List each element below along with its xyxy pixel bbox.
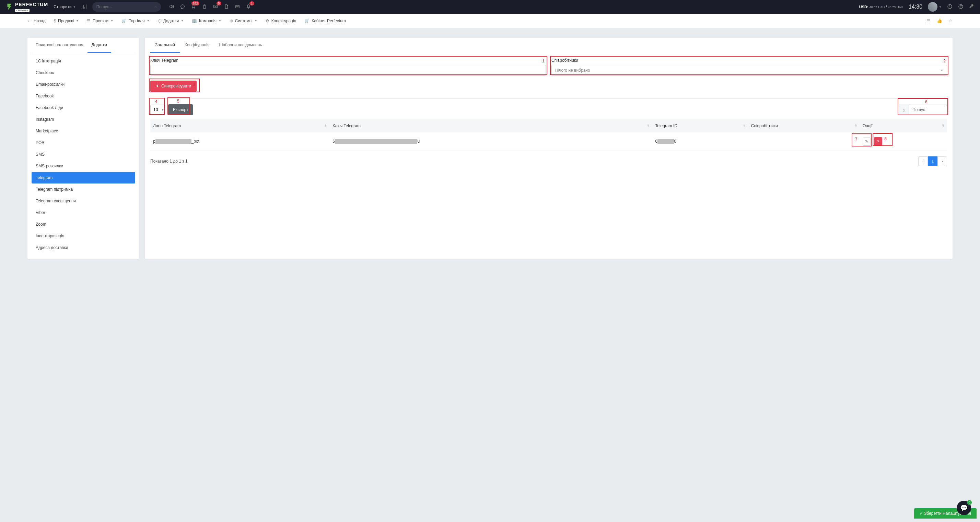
pencil-icon: ✎ <box>865 139 868 144</box>
col-tid[interactable]: Telegram ID⇅ <box>652 119 748 132</box>
sidebar-item[interactable]: Checkbox <box>32 67 135 79</box>
chevron-down-icon: ▼ <box>147 19 150 22</box>
stats-icon[interactable] <box>81 4 87 10</box>
search-input[interactable] <box>96 5 154 9</box>
nav-back[interactable]: ←Назад <box>27 19 45 23</box>
logo-subtext: CRM+ERP <box>15 9 30 12</box>
sidebar-item[interactable]: SMS-розсилки <box>32 160 135 172</box>
chevron-down-icon: ▼ <box>219 19 221 22</box>
col-options[interactable]: Опції⇅ <box>860 119 947 132</box>
cart-badge: 282 <box>191 2 199 5</box>
nav-addons[interactable]: ⬡Додатки▼ <box>158 19 184 23</box>
sidebar-item[interactable]: Інвентаризація <box>32 230 135 242</box>
currency-display: USD: 40.67 UAH / 40.73 UAH <box>859 5 903 9</box>
edit-button[interactable]: ✎ <box>863 138 871 146</box>
staff-label: Співробітники <box>551 58 947 63</box>
avatar <box>928 2 937 12</box>
package-icon: ⬡ <box>158 19 161 23</box>
sidebar-panel: Початкові налаштування Додатки 1С інтегр… <box>27 38 139 259</box>
annotation-4: 4 <box>155 99 158 104</box>
sidebar-item[interactable]: Facebook Ліди <box>32 102 135 114</box>
tab-initial-settings[interactable]: Початкові налаштування <box>32 38 88 53</box>
tab-addons[interactable]: Додатки <box>88 38 111 53</box>
page-prev[interactable]: ‹ <box>918 156 928 166</box>
chat-icon[interactable] <box>180 4 185 10</box>
nav-trade[interactable]: 🛒Торгівля▼ <box>121 19 149 23</box>
sidebar-item[interactable]: POS <box>32 137 135 149</box>
nav-sales[interactable]: $Продажі▼ <box>54 19 79 23</box>
sidebar-item[interactable]: 1С інтеграція <box>32 55 135 67</box>
telegram-key-input[interactable] <box>150 65 546 76</box>
sidebar-item[interactable]: Адреса доставки <box>32 242 135 254</box>
thumbs-up-icon[interactable]: 👍 <box>937 18 942 23</box>
cart-icon: 🛒 <box>121 19 127 23</box>
table-search[interactable]: ⌕ 6 <box>899 105 947 115</box>
layers-action-icon[interactable]: ☰ <box>926 18 931 23</box>
sort-icon: ⇅ <box>647 125 649 127</box>
export-button[interactable]: Експорт <box>168 104 193 115</box>
cell-staff <box>748 132 860 151</box>
star-icon[interactable]: ☆ <box>948 18 953 23</box>
annotation-8: 8 <box>884 136 887 141</box>
sort-icon: ⇅ <box>325 125 327 127</box>
sidebar-item[interactable]: Viber <box>32 207 135 219</box>
page-1[interactable]: 1 <box>928 156 937 166</box>
chevron-down-icon: ▼ <box>939 5 942 9</box>
tab-general[interactable]: Загальний <box>150 38 180 53</box>
bell-icon[interactable]: 1 <box>246 4 251 10</box>
tab-templates[interactable]: Шаблони повідомлень <box>214 38 267 53</box>
sort-icon: ⇅ <box>855 125 857 127</box>
chevron-down-icon: ▼ <box>255 19 257 22</box>
power-icon[interactable] <box>947 4 953 10</box>
sidebar-item[interactable]: Instagram <box>32 114 135 125</box>
nav-system[interactable]: ⊕Системні▼ <box>229 19 257 23</box>
col-key[interactable]: Ключ Telegram⇅ <box>330 119 652 132</box>
pagesize-select[interactable]: 10 <box>150 105 165 115</box>
col-staff[interactable]: Співробітники⇅ <box>748 119 860 132</box>
user-menu[interactable]: ▼ <box>928 2 942 12</box>
logo[interactable]: PERFECTUM CRM+ERP <box>5 2 48 12</box>
mail-icon[interactable] <box>235 4 240 10</box>
tab-configuration[interactable]: Конфігурація <box>180 38 214 53</box>
nav-cabinet[interactable]: 🛒Кабінет Perfectum <box>304 19 346 23</box>
col-login[interactable]: Логін Telegram⇅ <box>150 119 330 132</box>
sidebar-item[interactable]: Marketplace <box>32 125 135 137</box>
sidebar-item[interactable]: SMS <box>32 149 135 160</box>
nav-config[interactable]: ⚙Конфігурація <box>266 19 296 23</box>
create-label: Створити <box>54 5 72 9</box>
result-text: Показано 1 до 1 з 1 <box>150 159 188 163</box>
pagination: ‹ 1 › <box>918 156 947 166</box>
global-search[interactable]: ⌕ <box>92 2 161 12</box>
document-icon[interactable] <box>224 4 229 10</box>
sidebar-item[interactable]: Facebook <box>32 90 135 102</box>
svg-rect-3 <box>213 5 217 8</box>
cell-options: ✎ 7 × 8 <box>860 132 947 151</box>
page-next[interactable]: › <box>937 156 947 166</box>
search-icon: ⌕ <box>899 105 909 114</box>
delete-button[interactable]: × <box>874 137 882 145</box>
key-label: Ключ Telegram <box>150 58 546 63</box>
chevron-down-icon: ▼ <box>181 19 184 22</box>
main-panel: Загальний Конфігурація Шаблони повідомле… <box>145 38 953 259</box>
table-search-input[interactable] <box>909 107 947 112</box>
staff-select[interactable]: Нічого не вибрано ▼ <box>551 65 947 76</box>
sidebar-item[interactable]: Telegram <box>32 172 135 184</box>
clipboard-icon[interactable] <box>202 4 207 10</box>
nav-projects[interactable]: ☰Проекти▼ <box>87 19 113 23</box>
top-header: PERFECTUM CRM+ERP Створити ▼ ⌕ 282 5 1 U… <box>0 0 980 14</box>
sync-button[interactable]: ✈ Синхронізувати <box>150 81 197 92</box>
sidebar-item[interactable]: Telegram підтримка <box>32 184 135 195</box>
help-icon[interactable] <box>958 4 964 10</box>
sidebar-item[interactable]: Zoom <box>32 219 135 230</box>
messages-icon[interactable]: 5 <box>213 4 218 10</box>
wrench-icon[interactable] <box>969 4 975 10</box>
sidebar-item[interactable]: Telegram сповіщення <box>32 195 135 207</box>
cart-icon[interactable]: 282 <box>191 4 196 10</box>
nav-company[interactable]: 🏢Компанія▼ <box>192 19 221 23</box>
sound-icon[interactable] <box>169 4 174 10</box>
chevron-down-icon: ▼ <box>76 19 79 22</box>
create-dropdown[interactable]: Створити ▼ <box>54 5 76 9</box>
sidebar-item[interactable]: Email-розсилки <box>32 79 135 90</box>
clock: 14:30 <box>908 4 922 10</box>
chevron-down-icon: ▼ <box>110 19 113 22</box>
